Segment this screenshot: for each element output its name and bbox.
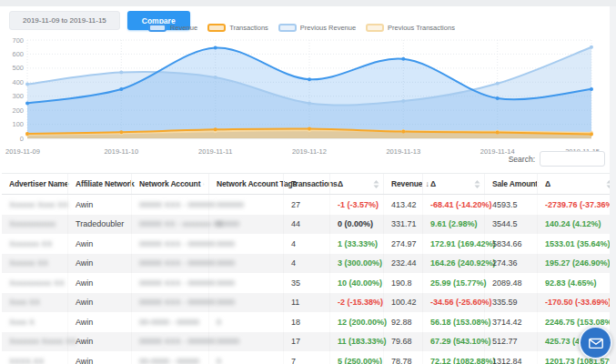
delta-value: 25.99 (15.77%) — [430, 278, 487, 288]
cell-advertiser-masked: Xxxxxxx Xxxxx XX — [2, 332, 67, 352]
cell-sale-amount: 5834.66 — [484, 234, 537, 254]
cell-affiliate-network: Tradedoubler — [67, 215, 131, 235]
legend-item-transactions[interactable]: Transactions — [207, 24, 268, 32]
redacted-text: 00000 XXX - 000000 — [139, 278, 216, 288]
column-label: Network Account — [139, 179, 200, 188]
sort-icon — [373, 180, 379, 188]
cell-value: 7 — [291, 357, 296, 364]
cell-sale-amount-delta: 1533.01 (35.64%) — [537, 234, 616, 254]
cell-sale-amount: 274.36 — [484, 254, 537, 274]
redacted-text: Xxxxxx Xxxx XX — [9, 200, 68, 209]
redacted-text: 00000 — [217, 337, 239, 346]
cell-network-account-masked: 00-0000 - 00000 — [131, 351, 208, 364]
cell-revenue: 100.42 — [383, 293, 422, 313]
cell-value: 232.44 — [391, 258, 417, 268]
cell-advertiser-masked: Xxxxxx Xxxx XX — [2, 195, 67, 215]
redacted-text: 00000 XXX - 000000 — [139, 258, 216, 268]
delta-value: 9.61 (2.98%) — [430, 219, 478, 228]
legend-item-previous-revenue[interactable]: Previous Revenue — [278, 24, 356, 32]
cell-value: 2089.48 — [492, 278, 522, 288]
table-body: Xxxxxx Xxxx XXAwin00000 XXX - 0000000000… — [2, 195, 616, 364]
legend-swatch — [207, 24, 226, 32]
cell-revenue-delta: 25.99 (15.77%) — [422, 273, 484, 293]
cell-revenue: 232.44 — [383, 254, 422, 274]
column-header-transactions[interactable]: Transactions — [283, 174, 329, 194]
redacted-text: Xxxx XX — [9, 298, 40, 307]
column-header-delta-5[interactable]: Δ — [329, 174, 383, 194]
cell-affiliate-network: Awin — [67, 293, 131, 313]
cell-value: Awin — [76, 239, 93, 248]
cell-value: 413.42 — [391, 200, 417, 209]
cell-transactions-delta: 5 (250.00%) — [329, 351, 383, 364]
cell-affiliate-network: Awin — [67, 234, 131, 254]
column-header-revenue[interactable]: Revenue↓ — [383, 174, 422, 194]
legend-item-revenue[interactable]: Revenue — [148, 24, 197, 32]
column-header-affiliate-network[interactable]: Affiliate Network — [67, 174, 131, 194]
traffic-chart: 01002003004005006007002019-11-092019-11-… — [2, 35, 603, 162]
column-header-delta-7[interactable]: Δ — [422, 174, 484, 194]
cell-value: 1312.84 — [492, 357, 522, 364]
delta-value: 3 (300.00%) — [338, 258, 382, 268]
cell-sale-amount: 3714.42 — [484, 312, 537, 332]
redacted-text: 0 — [217, 357, 221, 364]
cell-revenue-delta: 67.29 (543.10%) — [422, 332, 484, 352]
cell-sale-amount-delta: 92.83 (4.65%) — [537, 273, 616, 293]
delta-value: -68.41 (-14.20%) — [430, 200, 492, 209]
cell-value: 100.42 — [391, 298, 417, 307]
contact-fab-button[interactable] — [579, 326, 612, 359]
table-row: Xxxxxxx XXAwin00000 XXX - 000000000041 (… — [2, 234, 616, 254]
delta-value: 0 (0.00%) — [338, 219, 373, 228]
cell-advertiser-masked: Xxxxxx XX — [2, 254, 67, 274]
cell-transactions: 44 — [283, 215, 329, 235]
cell-value: Awin — [76, 258, 93, 268]
redacted-text: 00000 XX - xxxxxxx 00 — [139, 219, 223, 228]
table-header-row: Advertiser Name Affiliate Network Networ… — [2, 174, 616, 195]
cell-value: 274.97 — [391, 239, 417, 248]
cell-revenue: 79.68 — [383, 332, 422, 352]
legend-item-previous-transactions[interactable]: Previous Transactions — [366, 24, 455, 32]
column-label: Δ — [338, 179, 343, 188]
cell-affiliate-network: Awin — [67, 195, 131, 215]
redacted-text: 0000 — [217, 298, 235, 307]
cell-value: Awin — [76, 318, 93, 327]
cell-value: 79.68 — [391, 337, 412, 346]
cell-sale-amount: 3544.5 — [484, 215, 537, 235]
delta-value: 67.29 (543.10%) — [430, 337, 491, 346]
cell-value: Awin — [76, 357, 93, 364]
cell-value: 35 — [291, 278, 300, 288]
cell-revenue-delta: -34.56 (-25.60%) — [422, 293, 484, 313]
cell-advertiser-masked: Xxxx X — [2, 312, 67, 332]
search-input[interactable] — [540, 151, 605, 167]
redacted-text: 000000 — [217, 200, 244, 209]
cell-transactions-delta: 1 (33.33%) — [329, 234, 383, 254]
svg-text:500: 500 — [12, 64, 24, 72]
legend-label: Previous Transactions — [388, 24, 455, 32]
column-label: Sale Amount — [492, 179, 538, 188]
column-header-network-account-tags[interactable]: Network Account Tags — [208, 174, 283, 194]
cell-revenue: 78.78 — [383, 351, 422, 364]
column-label: Δ — [430, 179, 436, 188]
column-header-sale-amount[interactable]: Sale Amount — [484, 174, 537, 194]
column-header-advertiser-name[interactable]: Advertiser Name — [2, 174, 67, 194]
cell-value: Awin — [76, 278, 93, 288]
advertisers-table: Advertiser Name Affiliate Network Networ… — [2, 173, 616, 364]
redacted-text: 0000 — [217, 278, 235, 288]
cell-value: 27 — [291, 200, 300, 209]
cell-value: 44 — [291, 219, 300, 228]
cell-network-account-masked: 00000 XXX - 000000 — [131, 273, 208, 293]
cell-value: 331.71 — [391, 219, 417, 228]
search-label: Search: — [509, 155, 535, 164]
cell-advertiser-masked: Xxxxxxxxxxx — [2, 215, 67, 235]
cell-value: 335.59 — [492, 298, 518, 307]
cell-value: 92.88 — [391, 318, 412, 327]
cell-revenue-delta: 172.91 (169.42%) — [422, 234, 484, 254]
cell-transactions: 4 — [283, 234, 329, 254]
cell-network-account-masked: 00-0000 - 00000 — [131, 312, 208, 332]
legend-swatch — [148, 24, 167, 32]
column-header-delta-9[interactable]: Δ — [537, 174, 616, 194]
column-header-network-account[interactable]: Network Account — [131, 174, 208, 194]
scrollbar[interactable] — [610, 6, 616, 364]
redacted-text: Xxxxxxxxxx XX — [9, 278, 65, 288]
cell-network-account-masked: 00000 XXX - 000000 — [131, 254, 208, 274]
cell-network-account-tags-masked: 0000 — [208, 234, 283, 254]
